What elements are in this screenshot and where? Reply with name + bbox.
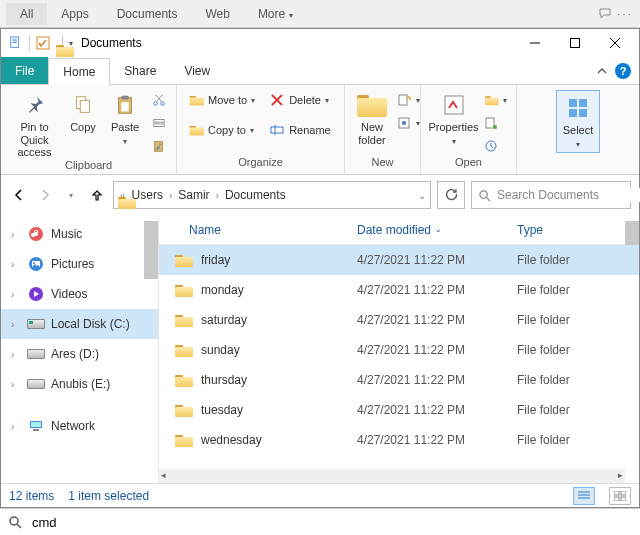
feedback-icon[interactable] <box>598 6 616 22</box>
pin-to-quick-access-button[interactable]: Pin to Quick access <box>7 87 62 159</box>
maximize-button[interactable] <box>555 30 595 56</box>
file-date: 4/27/2021 11:22 PM <box>357 283 517 297</box>
chevron-right-icon[interactable]: › <box>11 289 21 300</box>
history-button[interactable] <box>480 136 510 156</box>
view-thumbnails-button[interactable] <box>609 487 631 505</box>
minimize-button[interactable] <box>515 30 555 56</box>
copy-button[interactable]: Copy <box>62 87 104 134</box>
file-row[interactable]: wednesday4/27/2021 11:22 PMFile folder <box>159 425 639 455</box>
scope-apps[interactable]: Apps <box>47 3 102 25</box>
search-box[interactable] <box>471 181 631 209</box>
ribbon-collapse-icon[interactable] <box>597 66 607 76</box>
scope-documents[interactable]: Documents <box>103 3 192 25</box>
sidebar-item-ares-d[interactable]: ›Ares (D:) <box>1 339 158 369</box>
tab-file[interactable]: File <box>1 57 48 84</box>
search-input[interactable] <box>497 188 640 202</box>
up-button[interactable] <box>87 185 107 205</box>
sidebar-item-pictures[interactable]: ›Pictures <box>1 249 158 279</box>
properties-button[interactable]: Properties▾ <box>427 87 480 146</box>
file-row[interactable]: sunday4/27/2021 11:22 PMFile folder <box>159 335 639 365</box>
svg-rect-3 <box>13 42 17 43</box>
recent-locations-button[interactable]: ▾ <box>61 185 81 205</box>
horizontal-scrollbar[interactable]: ◂▸ <box>159 469 625 483</box>
new-item-icon <box>396 92 412 108</box>
svg-point-15 <box>161 102 165 106</box>
qat-checkbox-icon[interactable] <box>36 36 50 50</box>
file-row[interactable]: friday4/27/2021 11:22 PMFile folder <box>159 245 639 275</box>
sidebar-item-local-disk-c[interactable]: ›Local Disk (C:) <box>1 309 158 339</box>
sidebar-item-network[interactable]: ›Network <box>1 411 158 441</box>
chevron-right-icon[interactable]: › <box>11 421 21 432</box>
file-row[interactable]: saturday4/27/2021 11:22 PMFile folder <box>159 305 639 335</box>
edit-icon <box>483 115 499 131</box>
col-type[interactable]: Type <box>517 223 623 237</box>
file-date: 4/27/2021 11:22 PM <box>357 253 517 267</box>
folder-icon <box>175 343 193 357</box>
select-button[interactable]: Select▾ <box>556 90 601 153</box>
pictures-icon <box>27 255 45 273</box>
folder-icon <box>175 313 193 327</box>
sidebar-item-music[interactable]: ›Music <box>1 219 158 249</box>
help-button[interactable]: ? <box>615 63 631 79</box>
col-name[interactable]: Name <box>159 223 357 237</box>
chevron-right-icon[interactable]: › <box>11 319 21 330</box>
start-search-bar[interactable] <box>0 508 640 535</box>
group-label-new: New <box>351 156 414 174</box>
sidebar-scrollbar-thumb[interactable] <box>144 221 158 279</box>
forward-button[interactable] <box>35 185 55 205</box>
scope-web[interactable]: Web <box>191 3 243 25</box>
breadcrumb-documents[interactable]: Documents <box>221 188 290 202</box>
move-to-button[interactable]: Move to▾ <box>185 90 258 110</box>
delete-button[interactable]: Delete▾ <box>266 90 334 110</box>
easy-access-button[interactable]: ▾ <box>393 113 423 133</box>
chevron-right-icon[interactable]: › <box>11 379 21 390</box>
svg-point-27 <box>402 121 406 125</box>
titlebar: ▾ Documents <box>1 29 639 57</box>
address-bar[interactable]: « Users › Samir › Documents ⌄ <box>113 181 431 209</box>
new-item-button[interactable]: ▾ <box>393 90 423 110</box>
history-icon <box>483 138 499 154</box>
scope-more[interactable]: More ▾ <box>244 3 307 25</box>
tab-share[interactable]: Share <box>110 57 170 84</box>
file-date: 4/27/2021 11:22 PM <box>357 313 517 327</box>
file-row[interactable]: tuesday4/27/2021 11:22 PMFile folder <box>159 395 639 425</box>
view-details-button[interactable] <box>573 487 595 505</box>
chevron-right-icon[interactable]: › <box>11 259 21 270</box>
file-date: 4/27/2021 11:22 PM <box>357 373 517 387</box>
copy-to-button[interactable]: Copy to▾ <box>185 120 258 140</box>
chevron-right-icon[interactable]: › <box>11 229 21 240</box>
back-button[interactable] <box>9 185 29 205</box>
file-type: File folder <box>517 373 623 387</box>
tab-view[interactable]: View <box>170 57 224 84</box>
svg-rect-50 <box>621 491 626 495</box>
paste-button[interactable]: Paste▾ <box>104 87 146 146</box>
sidebar-item-videos[interactable]: ›Videos <box>1 279 158 309</box>
cut-button[interactable] <box>148 90 170 110</box>
scope-all[interactable]: All <box>6 3 47 25</box>
tab-home[interactable]: Home <box>48 58 110 85</box>
paste-shortcut-button[interactable] <box>148 136 170 156</box>
group-label-organize: Organize <box>183 156 338 174</box>
file-name: tuesday <box>201 403 243 417</box>
close-button[interactable] <box>595 30 635 56</box>
new-folder-button[interactable]: New folder <box>351 87 393 146</box>
copy-path-button[interactable] <box>148 113 170 133</box>
content-scrollbar-thumb[interactable] <box>625 221 639 245</box>
paste-icon <box>114 91 136 119</box>
col-date-modified[interactable]: Date modified⌄ <box>357 223 517 237</box>
rename-button[interactable]: Rename <box>266 120 334 140</box>
open-button[interactable]: ▾ <box>480 90 510 110</box>
refresh-button[interactable] <box>437 181 465 209</box>
addr-history-dropdown[interactable]: ⌄ <box>418 190 426 201</box>
group-label-clipboard: Clipboard <box>7 159 170 174</box>
file-row[interactable]: thursday4/27/2021 11:22 PMFile folder <box>159 365 639 395</box>
sidebar-item-anubis-e[interactable]: ›Anubis (E:) <box>1 369 158 399</box>
svg-rect-51 <box>614 497 619 501</box>
breadcrumb-samir[interactable]: Samir <box>174 188 213 202</box>
file-row[interactable]: monday4/27/2021 11:22 PMFile folder <box>159 275 639 305</box>
more-icon[interactable]: ··· <box>616 7 634 21</box>
open-icon <box>483 92 499 108</box>
chevron-right-icon[interactable]: › <box>11 349 21 360</box>
edit-button[interactable] <box>480 113 510 133</box>
start-search-input[interactable] <box>32 515 632 530</box>
